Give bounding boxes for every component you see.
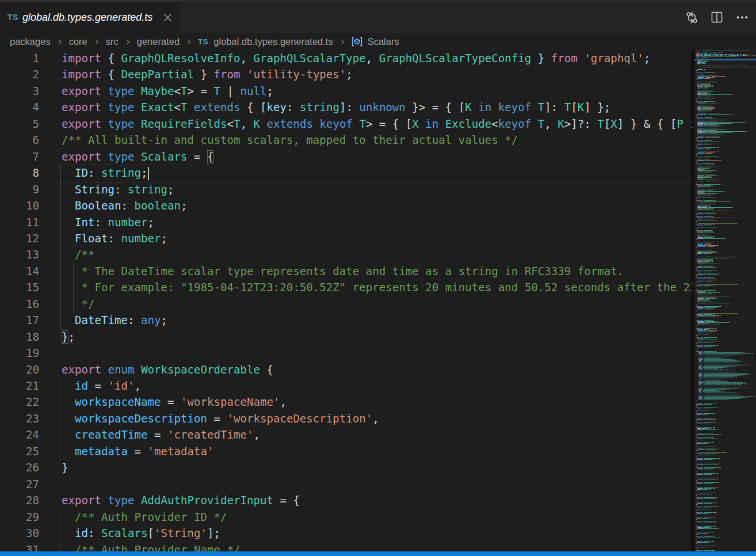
code-text: export type Exact<T extends { [key: stri… [62, 100, 610, 116]
minimap-segment [696, 444, 697, 445]
breadcrumb-item-packages[interactable]: packages [10, 36, 51, 47]
code-token: ] } & { [ [617, 117, 677, 131]
breadcrumb-item-core[interactable]: core [69, 36, 87, 47]
minimap-segment [696, 425, 697, 425]
tab-global-db-types[interactable]: TS global.db.types.generated.ts [0, 2, 180, 33]
line-number: 1 [0, 51, 39, 67]
code-token [134, 117, 141, 131]
code-line-17[interactable]: 17 DateTime: any; [0, 313, 694, 329]
code-line-22[interactable]: 22 workspaceName = 'workspaceName', [0, 394, 694, 411]
code-line-2[interactable]: 2import { DeepPartial } from 'utility-ty… [0, 67, 694, 83]
code-line-20[interactable]: 20export enum WorkspaceOrderable { [0, 362, 694, 379]
code-token: 'workspaceName' [181, 395, 280, 409]
split-editor-button[interactable] [707, 7, 727, 27]
code-token: from [551, 52, 578, 65]
minimap-segment [696, 510, 697, 511]
breadcrumb: packagescoresrcgeneratedTSglobal.db.type… [0, 33, 756, 51]
code-line-24[interactable]: 24 createdTime = 'createdTime', [0, 427, 694, 444]
code-token [62, 281, 75, 294]
code-token [353, 117, 360, 131]
minimap-segment [696, 161, 697, 162]
breadcrumb-item-global-db-types-generated-ts[interactable]: TSglobal.db.types.generated.ts [198, 36, 333, 47]
code-token: = [147, 428, 167, 441]
vscode-window: TS global.db.types.generated.ts [0, 0, 756, 556]
code-token: in [478, 101, 491, 114]
minimap-segment [696, 490, 697, 491]
line-number: 10 [0, 198, 39, 214]
code-token: WorkspaceOrderable [141, 363, 260, 376]
open-changes-button[interactable] [682, 7, 701, 27]
minimap[interactable] [694, 51, 756, 551]
code-line-11[interactable]: 11 Int: number; [0, 215, 694, 231]
minimap-segment [696, 411, 697, 412]
code-line-30[interactable]: 30 id: Scalars['String']; [0, 525, 694, 542]
minimap-line [696, 465, 756, 466]
breadcrumb-item-src[interactable]: src [106, 36, 119, 47]
code-token: boolean [134, 199, 180, 212]
breadcrumb-item-scalars[interactable]: Scalars [352, 36, 399, 47]
code-token [101, 150, 108, 163]
code-line-9[interactable]: 9 String: string; [0, 182, 694, 199]
code-line-8[interactable]: 8 ID: string; [0, 165, 694, 182]
minimap-segment [696, 485, 697, 485]
minimap-segment [696, 420, 697, 421]
code-line-25[interactable]: 25 metadata = 'metadata' [0, 444, 694, 460]
line-number: 29 [0, 509, 39, 525]
typescript-file-icon: TS [198, 37, 208, 46]
code-token [240, 68, 247, 81]
code-text: /** All built-in and custom scalars, map… [62, 132, 518, 148]
breadcrumb-label: core [69, 36, 87, 47]
more-actions-button[interactable] [732, 7, 752, 27]
minimap-segment [696, 268, 697, 269]
code-line-26[interactable]: 26} [0, 460, 694, 477]
code-line-31[interactable]: 31 /** Auth Provider Name */ [0, 542, 694, 552]
code-line-3[interactable]: 3export type Maybe<T> = T | null; [0, 83, 694, 100]
status-bar[interactable] [0, 551, 756, 556]
code-token [62, 265, 75, 278]
breadcrumb-separator [93, 38, 101, 46]
breadcrumb-item-generated[interactable]: generated [137, 36, 180, 47]
code-line-14[interactable]: 14 * The DateTime scalar type represents… [0, 264, 694, 280]
code-line-27[interactable]: 27 [0, 477, 694, 493]
code-token [531, 101, 538, 114]
code-line-5[interactable]: 5export type RequireFields<T, K extends … [0, 116, 694, 133]
minimap-segment [696, 548, 697, 549]
minimap-segment [696, 335, 697, 336]
code-token: 'metadata' [147, 445, 213, 458]
code-token: > = [187, 85, 213, 98]
code-token: metadata [75, 445, 128, 458]
code-line-21[interactable]: 21 id = 'id', [0, 378, 694, 395]
code-line-4[interactable]: 4export type Exact<T extends { [key: str… [0, 100, 694, 116]
code-token: K [578, 101, 585, 114]
code-line-23[interactable]: 23 workspaceDescription = 'workspaceDesc… [0, 411, 694, 428]
tab-close-button[interactable] [161, 10, 174, 24]
code-text: createdTime = 'createdTime', [62, 427, 260, 443]
minimap-line [696, 198, 756, 199]
code-token: > = { [ [366, 117, 412, 131]
minimap-line [696, 254, 756, 256]
code-line-12[interactable]: 12 Float: number; [0, 231, 694, 247]
minimap-line [696, 154, 756, 155]
code-line-15[interactable]: 15 * For example: "1985-04-12T23:20:50.5… [0, 280, 694, 296]
line-number: 13 [0, 247, 39, 263]
minimap-line [696, 431, 756, 432]
code-token: ; [346, 68, 353, 81]
code-line-7[interactable]: 7export type Scalars = { [0, 149, 694, 166]
code-line-13[interactable]: 13 /** [0, 247, 694, 264]
code-token: { [101, 68, 121, 81]
code-line-19[interactable]: 19 [0, 345, 694, 362]
code-token: : [114, 183, 128, 196]
code-line-6[interactable]: 6/** All built-in and custom scalars, ma… [0, 132, 694, 149]
code-line-10[interactable]: 10 Boolean: boolean; [0, 198, 694, 215]
code-line-16[interactable]: 16 */ [0, 296, 694, 313]
code-token: = [128, 445, 148, 458]
minimap-line [696, 485, 756, 486]
minimap-line [696, 326, 756, 327]
code-line-28[interactable]: 28export type AddAuthProviderInput = { [0, 493, 694, 509]
code-line-29[interactable]: 29 /** Auth Provider ID */ [0, 509, 694, 526]
code-line-18[interactable]: 18}; [0, 329, 694, 346]
code-editor[interactable]: 1import { GraphQLResolveInfo, GraphQLSca… [0, 51, 756, 551]
code-token: , [240, 52, 253, 65]
close-icon [163, 13, 173, 22]
code-line-1[interactable]: 1import { GraphQLResolveInfo, GraphQLSca… [0, 51, 694, 67]
